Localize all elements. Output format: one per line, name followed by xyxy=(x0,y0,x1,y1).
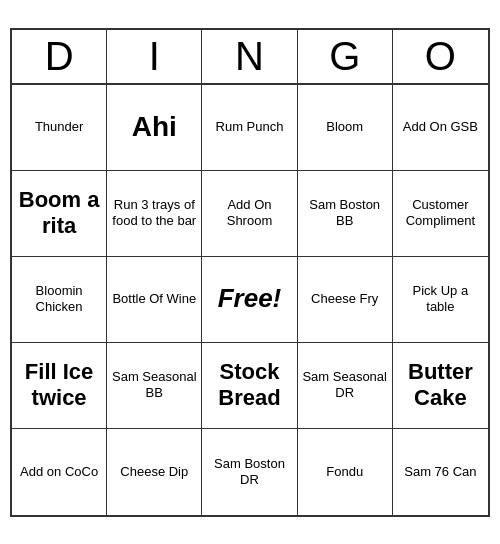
cell-text: Butter Cake xyxy=(397,359,484,412)
bingo-cell: Sam Boston BB xyxy=(298,171,393,257)
cell-text: Cheese Dip xyxy=(120,464,188,480)
cell-text: Ahi xyxy=(132,110,177,144)
cell-text: Add On GSB xyxy=(403,119,478,135)
bingo-cell: Rum Punch xyxy=(202,85,297,171)
bingo-card: DINGO ThunderAhiRum PunchBloomAdd On GSB… xyxy=(10,28,490,517)
cell-text: Sam Boston BB xyxy=(302,197,388,228)
cell-text: Free! xyxy=(218,283,282,314)
bingo-cell: Fondu xyxy=(298,429,393,515)
bingo-cell: Ahi xyxy=(107,85,202,171)
cell-text: Add on CoCo xyxy=(20,464,98,480)
bingo-cell: Add On GSB xyxy=(393,85,488,171)
bingo-cell: Sam Seasonal DR xyxy=(298,343,393,429)
cell-text: Fill Ice twice xyxy=(16,359,102,412)
cell-text: Boom a rita xyxy=(16,187,102,240)
cell-text: Sam Seasonal BB xyxy=(111,369,197,400)
bingo-grid: ThunderAhiRum PunchBloomAdd On GSBBoom a… xyxy=(12,85,488,515)
cell-text: Sam Boston DR xyxy=(206,456,292,487)
bingo-cell: Add on CoCo xyxy=(12,429,107,515)
bingo-cell: Customer Compliment xyxy=(393,171,488,257)
bingo-cell: Sam Seasonal BB xyxy=(107,343,202,429)
bingo-cell: Stock Bread xyxy=(202,343,297,429)
cell-text: Bottle Of Wine xyxy=(112,291,196,307)
cell-text: Fondu xyxy=(326,464,363,480)
cell-text: Cheese Fry xyxy=(311,291,378,307)
cell-text: Bloom xyxy=(326,119,363,135)
cell-text: Rum Punch xyxy=(216,119,284,135)
cell-text: Thunder xyxy=(35,119,83,135)
bingo-cell: Run 3 trays of food to the bar xyxy=(107,171,202,257)
bingo-cell: Cheese Dip xyxy=(107,429,202,515)
bingo-cell: Add On Shroom xyxy=(202,171,297,257)
cell-text: Add On Shroom xyxy=(206,197,292,228)
bingo-cell: Butter Cake xyxy=(393,343,488,429)
bingo-cell: Sam 76 Can xyxy=(393,429,488,515)
bingo-cell: Thunder xyxy=(12,85,107,171)
bingo-cell: Cheese Fry xyxy=(298,257,393,343)
header-letter: G xyxy=(298,30,393,83)
bingo-cell: Bloom xyxy=(298,85,393,171)
bingo-cell: Fill Ice twice xyxy=(12,343,107,429)
bingo-cell: Boom a rita xyxy=(12,171,107,257)
cell-text: Sam 76 Can xyxy=(404,464,476,480)
header-letter: D xyxy=(12,30,107,83)
header-letter: O xyxy=(393,30,488,83)
bingo-cell: Bloomin Chicken xyxy=(12,257,107,343)
bingo-cell: Sam Boston DR xyxy=(202,429,297,515)
cell-text: Customer Compliment xyxy=(397,197,484,228)
bingo-cell: Pick Up a table xyxy=(393,257,488,343)
bingo-cell: Free! xyxy=(202,257,297,343)
cell-text: Bloomin Chicken xyxy=(16,283,102,314)
bingo-header: DINGO xyxy=(12,30,488,85)
cell-text: Stock Bread xyxy=(206,359,292,412)
cell-text: Sam Seasonal DR xyxy=(302,369,388,400)
cell-text: Pick Up a table xyxy=(397,283,484,314)
bingo-cell: Bottle Of Wine xyxy=(107,257,202,343)
header-letter: N xyxy=(202,30,297,83)
header-letter: I xyxy=(107,30,202,83)
cell-text: Run 3 trays of food to the bar xyxy=(111,197,197,228)
